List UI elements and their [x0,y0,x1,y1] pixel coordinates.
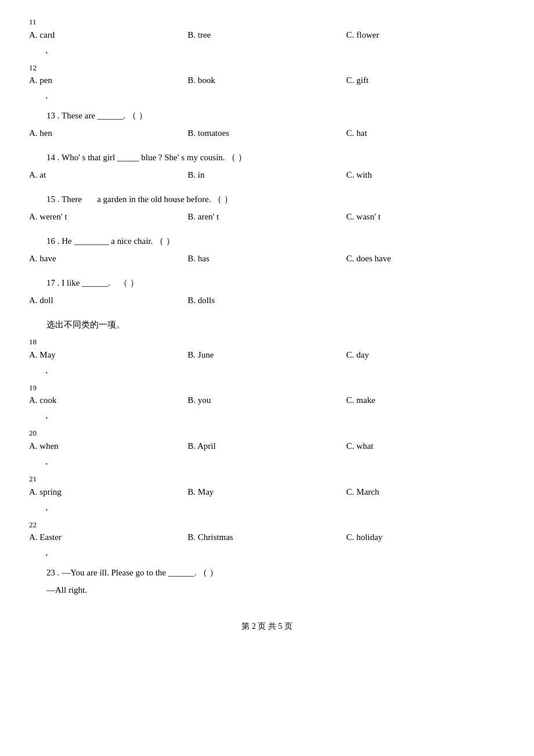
q18-option-a: A. May [29,348,187,362]
question-11: 11 A. card B. tree C. flower . [29,17,505,53]
question-20: 20 A. when B. April C. what . [29,429,505,464]
q22-number: 22 [29,520,45,530]
page-footer: 第 2 页 共 5 页 [29,620,505,633]
q19-option-a: A. cook [29,393,187,407]
q18-dot: . [45,368,505,373]
q19-option-b: B. you [187,393,346,407]
q20-dot: . [45,459,505,464]
q16-option-c: C. does have [347,251,505,265]
q17-option-b: B. dolls [187,293,346,307]
q15-text: 15 . There a garden in the old house bef… [29,192,505,206]
q13-text: 13 . These are ______. （ ） [29,109,505,123]
question-15: 15 . There a garden in the old house bef… [29,192,505,224]
q15-options: A. weren' t B. aren' t C. wasn' t [29,210,505,224]
q16-options: A. have B. has C. does have [29,251,505,265]
q14-option-b: B. in [187,168,346,182]
q22-option-b: B. Christmas [187,530,346,544]
q19-dot: . [45,413,505,418]
q21-option-b: B. May [187,485,346,499]
q13-option-a: A. hen [29,126,187,140]
q22-dot: . [45,550,505,555]
question-13: 13 . These are ______. （ ） A. hen B. tom… [29,109,505,140]
q12-option-a: A. pen [29,73,187,87]
page-number: 第 2 页 共 5 页 [241,622,293,631]
question-18: 18 A. May B. June C. day . [29,337,505,373]
q20-option-c: C. what [347,439,505,453]
q12-dot: . [45,93,505,98]
question-12: 12 A. pen B. book C. gift . [29,63,505,99]
q22-option-c: C. holiday [347,530,505,544]
question-21: 21 A. spring B. May C. March . [29,474,505,510]
q13-option-c: C. hat [347,126,505,140]
q11-option-c: C. flower [347,28,505,42]
section-instruction: 选出不同类的一项。 [29,318,505,332]
q11-dot: . [45,48,505,53]
q21-option-a: A. spring [29,485,187,499]
question-16: 16 . He ________ a nice chair. （ ） A. ha… [29,234,505,265]
q14-option-a: A. at [29,168,187,182]
q19-options: A. cook B. you C. make [29,393,505,407]
q20-options: A. when B. April C. what [29,439,505,453]
q12-option-b: B. book [187,73,346,87]
q14-options: A. at B. in C. with [29,168,505,182]
q23-reply: —All right. [29,583,505,597]
q21-option-c: C. March [347,485,505,499]
q23-text: 23 . —You are ill. Please go to the ____… [29,566,505,579]
q13-option-b: B. tomatoes [187,126,346,140]
question-23: 23 . —You are ill. Please go to the ____… [29,566,505,597]
q20-number: 20 [29,429,45,438]
q17-text: 17 . I like ______. （ ） [29,276,505,290]
q11-option-b: B. tree [187,28,346,42]
question-17: 17 . I like ______. （ ） A. doll B. dolls [29,276,505,307]
q18-number: 18 [29,337,45,347]
question-22: 22 A. Easter B. Christmas C. holiday . [29,520,505,556]
q12-option-c: C. gift [347,73,505,87]
q11-number: 11 [29,17,45,27]
q16-text: 16 . He ________ a nice chair. （ ） [29,234,505,248]
q19-number: 19 [29,383,45,393]
q16-option-b: B. has [187,251,346,265]
q20-option-b: B. April [187,439,346,453]
q12-number: 12 [29,63,45,73]
q18-options: A. May B. June C. day [29,348,505,362]
q19-option-c: C. make [347,393,505,407]
q15-option-a: A. weren' t [29,210,187,224]
q13-options: A. hen B. tomatoes C. hat [29,126,505,140]
q15-option-c: C. wasn' t [347,210,505,224]
question-14: 14 . Who' s that girl _____ blue ? She' … [29,150,505,182]
q21-dot: . [45,505,505,510]
q17-option-a: A. doll [29,293,187,307]
q18-option-c: C. day [347,348,505,362]
q12-options: A. pen B. book C. gift [29,73,505,87]
q15-option-b: B. aren' t [187,210,346,224]
q21-number: 21 [29,474,45,484]
q20-option-a: A. when [29,439,187,453]
q14-text: 14 . Who' s that girl _____ blue ? She' … [29,150,505,164]
q21-options: A. spring B. May C. March [29,485,505,499]
q11-options: A. card B. tree C. flower [29,28,505,42]
q11-option-a: A. card [29,28,187,42]
q14-option-c: C. with [347,168,505,182]
q22-option-a: A. Easter [29,530,187,544]
q17-options: A. doll B. dolls [29,293,505,307]
question-19: 19 A. cook B. you C. make . [29,383,505,419]
q17-option-c [347,293,505,307]
q22-options: A. Easter B. Christmas C. holiday [29,530,505,544]
q18-option-b: B. June [187,348,346,362]
q16-option-a: A. have [29,251,187,265]
